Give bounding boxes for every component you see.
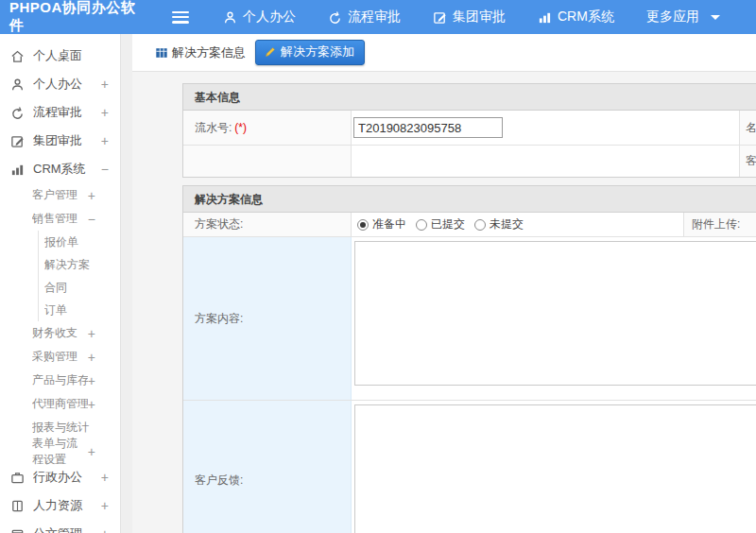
sidebar-item-label: 合同 xyxy=(44,280,120,296)
radio-not-submitted[interactable]: 未提交 xyxy=(474,216,524,232)
expand-icon[interactable]: + xyxy=(88,326,95,341)
sidebar-item-label: 报价单 xyxy=(44,234,120,250)
sidebar-item-label: 流程审批 xyxy=(33,104,101,121)
collapse-icon[interactable]: − xyxy=(101,162,109,177)
edit-square-icon xyxy=(433,10,447,25)
sidebar-item-desktop[interactable]: 个人桌面 xyxy=(0,42,120,70)
person-icon xyxy=(10,77,25,92)
status-label: 方案状态: xyxy=(195,216,243,232)
expand-icon[interactable]: + xyxy=(101,470,109,485)
sidebar-item-admin-office[interactable]: 行政办公 + xyxy=(0,463,120,491)
briefcase-icon xyxy=(10,471,25,485)
solution-add-button[interactable]: 解决方案添加 xyxy=(255,40,365,65)
sidebar-item-label: 个人桌面 xyxy=(33,47,109,64)
sidebar-item-sales-mgmt[interactable]: 销售管理 − xyxy=(0,207,120,231)
nav-workflow-approval[interactable]: 流程审批 xyxy=(328,9,401,26)
sidebar-item-label: 报表与统计 xyxy=(32,420,95,436)
sidebar-item-label: 客户管理 xyxy=(32,187,88,203)
nav-label: 集团审批 xyxy=(453,9,506,26)
caret-down-icon[interactable] xyxy=(711,15,720,20)
sidebar-item-label: 行政办公 xyxy=(33,469,101,486)
solution-form: 基本信息 流水号: (*) 名称 xyxy=(182,83,756,533)
content-label: 方案内容: xyxy=(195,311,243,327)
nav-group-approval[interactable]: 集团审批 xyxy=(433,9,506,26)
expand-icon[interactable]: + xyxy=(88,397,95,412)
edit-square-icon xyxy=(10,134,25,148)
sidebar-item-label: 代理商管理 xyxy=(32,396,88,412)
feedback-label-cell: 客户反馈: xyxy=(183,401,352,533)
bar-chart-icon xyxy=(10,163,25,177)
sidebar-item-documents[interactable]: 公文管理 + xyxy=(0,520,120,533)
serial-value-cell xyxy=(352,111,740,145)
sidebar-item-agents[interactable]: 代理商管理 + xyxy=(0,392,120,416)
book-icon xyxy=(10,499,25,513)
sidebar-item-customer-mgmt[interactable]: 客户管理 + xyxy=(0,183,120,207)
sidebar-item-label: 表单与流程设置 xyxy=(32,436,88,468)
home-icon xyxy=(10,49,25,63)
serial-label-cell: 流水号: (*) xyxy=(183,111,352,145)
sidebar-item-solution[interactable]: 解决方案 xyxy=(39,253,120,276)
radio-icon[interactable] xyxy=(474,219,486,231)
radio-icon[interactable] xyxy=(416,219,427,231)
content-editor-cell xyxy=(352,237,756,400)
expand-icon[interactable]: + xyxy=(101,133,109,148)
sidebar-item-label: 解决方案 xyxy=(44,257,120,273)
expand-icon[interactable]: + xyxy=(101,526,109,533)
sidebar-item-finance[interactable]: 财务收支 + xyxy=(0,321,120,345)
undo-arrow-icon xyxy=(328,10,342,25)
section-header-solution: 解决方案信息 xyxy=(183,186,756,213)
expand-icon[interactable]: + xyxy=(101,77,109,92)
radio-submitted[interactable]: 已提交 xyxy=(416,216,465,232)
tab-solution-info[interactable]: 解决方案信息 xyxy=(155,44,246,61)
sidebar-item-label: 人力资源 xyxy=(33,497,101,514)
content-area: 基本信息 流水号: (*) 名称 xyxy=(132,72,756,533)
expand-icon[interactable]: + xyxy=(88,350,95,365)
expand-icon[interactable]: + xyxy=(101,105,109,120)
nav-personal-office[interactable]: 个人办公 xyxy=(223,9,296,26)
nav-crm-system[interactable]: CRM系统 xyxy=(538,9,614,26)
name-label-cell: 名称 xyxy=(740,111,756,145)
sidebar-item-products-inventory[interactable]: 产品与库存 + xyxy=(0,369,120,392)
sidebar-item-hr[interactable]: 人力资源 + xyxy=(0,491,120,520)
serial-input[interactable] xyxy=(353,117,503,138)
status-label-cell: 方案状态: xyxy=(183,213,352,236)
customer-feedback-textarea[interactable] xyxy=(354,404,756,533)
button-label: 解决方案添加 xyxy=(281,43,354,60)
top-nav-menu: 个人办公 流程审批 集团审批 CRM系统 更多应用 xyxy=(223,9,720,26)
expand-icon[interactable]: + xyxy=(88,373,95,388)
radio-preparing[interactable]: 准备中 xyxy=(357,216,406,232)
hamburger-menu-icon[interactable] xyxy=(172,11,189,24)
basic-info-table: 基本信息 流水号: (*) 名称 xyxy=(182,83,756,178)
radio-label: 已提交 xyxy=(431,216,465,232)
sidebar-item-crm[interactable]: CRM系统 − xyxy=(0,155,120,183)
expand-icon[interactable]: + xyxy=(88,188,95,203)
radio-label: 未提交 xyxy=(490,216,524,232)
sidebar-item-personal-office[interactable]: 个人办公 + xyxy=(0,70,120,98)
main-panel: 解决方案信息 解决方案添加 基本信息 流水号: (*) xyxy=(132,34,756,533)
radio-icon[interactable] xyxy=(357,219,369,231)
sidebar-item-quotation[interactable]: 报价单 xyxy=(39,231,120,253)
collapse-icon[interactable]: − xyxy=(88,212,95,227)
sidebar: 个人桌面 个人办公 + 流程审批 + 集团审批 + CRM系统 − 客户管理 +… xyxy=(0,34,121,533)
expand-icon[interactable]: + xyxy=(101,498,109,513)
customer-label-cell: 客户 xyxy=(740,146,756,177)
bar-chart-icon xyxy=(538,10,552,25)
sidebar-item-form-workflow-settings[interactable]: 表单与流程设置 + xyxy=(0,439,120,463)
sidebar-item-order[interactable]: 订单 xyxy=(39,299,120,321)
section-header-basic: 基本信息 xyxy=(183,84,756,111)
sidebar-item-group-approval[interactable]: 集团审批 + xyxy=(0,127,120,155)
solution-content-textarea[interactable] xyxy=(354,241,756,386)
person-icon xyxy=(223,10,237,25)
sidebar-item-label: 采购管理 xyxy=(32,349,88,365)
status-radio-group: 准备中 已提交 未提交 xyxy=(352,216,524,232)
sidebar-item-contract[interactable]: 合同 xyxy=(39,276,120,299)
sidebar-item-purchasing[interactable]: 采购管理 + xyxy=(0,345,120,369)
expand-icon[interactable]: + xyxy=(88,444,95,459)
feedback-row: 客户反馈: xyxy=(183,401,756,533)
sidebar-item-label: 集团审批 xyxy=(33,132,101,149)
attachment-label-cell: 附件上传: xyxy=(684,213,756,236)
sidebar-item-workflow-approval[interactable]: 流程审批 + xyxy=(0,98,120,127)
nav-label: 个人办公 xyxy=(243,9,296,26)
solution-info-table: 解决方案信息 方案状态: 准备中 xyxy=(182,185,756,533)
nav-more-apps[interactable]: 更多应用 xyxy=(646,9,699,26)
